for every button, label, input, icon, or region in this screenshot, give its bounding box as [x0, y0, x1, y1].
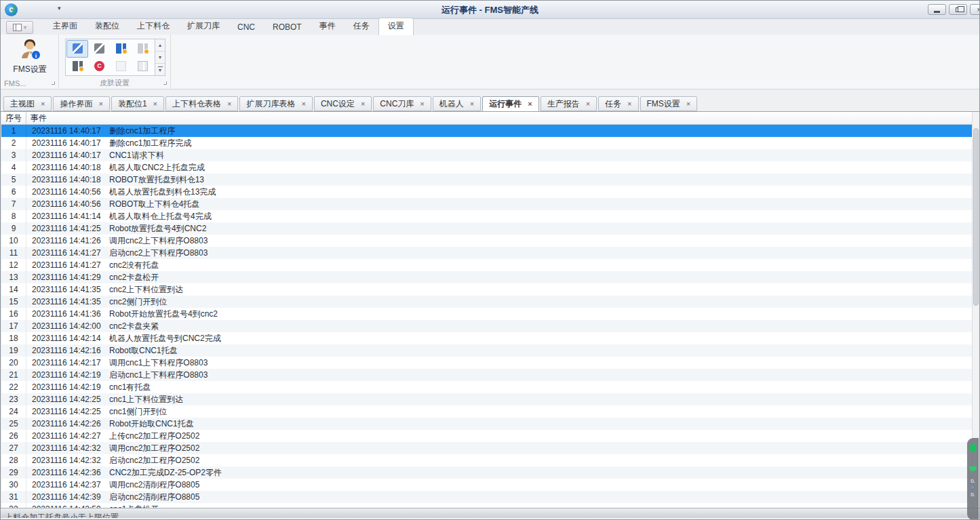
- table-row[interactable]: 2220231116 14:42:19cnc1有托盘: [1, 381, 972, 393]
- table-row[interactable]: 820231116 14:41:14机器人取料仓上托盘号4完成: [1, 210, 972, 222]
- network-monitor-overlay[interactable]: 0. ▲ 0.: [967, 438, 979, 520]
- close-tab-icon[interactable]: ×: [470, 100, 474, 108]
- doc-tab-1[interactable]: 操作界面×: [53, 96, 109, 111]
- table-row[interactable]: 2620231116 14:42:27上传cnc2加工程序O2502: [1, 430, 972, 442]
- row-event-cell: 20231116 14:42:32启动cnc2加工程序O2502: [26, 454, 972, 466]
- close-tab-icon[interactable]: ×: [301, 100, 305, 108]
- doc-tab-3[interactable]: 上下料仓表格×: [165, 96, 238, 111]
- table-row[interactable]: 1520231116 14:41:35cnc2侧门开到位: [1, 296, 972, 308]
- group-label-fms[interactable]: FMS...: [1, 78, 58, 88]
- skin-gray-editor-icon: [94, 43, 104, 54]
- doc-tab-5[interactable]: CNC设定×: [314, 96, 372, 111]
- close-tab-icon[interactable]: ×: [361, 100, 365, 108]
- close-tab-icon[interactable]: ×: [227, 100, 231, 108]
- table-row[interactable]: 1720231116 14:42:00cnc2卡盘夹紧: [1, 320, 972, 332]
- table-row[interactable]: 2720231116 14:42:32调用cnc2加工程序O2502: [1, 442, 972, 454]
- doc-tab-11[interactable]: FMS设置×: [640, 96, 698, 111]
- table-row[interactable]: 420231116 14:40:18机器人取CNC2上托盘完成: [1, 161, 972, 174]
- ribbon-tab-5[interactable]: ROBOT: [264, 20, 311, 35]
- table-row[interactable]: 3220231116 14:42:50cnc1卡盘松开: [1, 503, 972, 508]
- table-row[interactable]: 1220231116 14:41:27cnc2没有托盘: [1, 259, 972, 271]
- doc-tab-2[interactable]: 装配位1×: [111, 96, 164, 111]
- event-timestamp: 20231116 14:42:25: [32, 393, 109, 405]
- skin-blue-editor[interactable]: [66, 40, 88, 58]
- ribbon-tab-4[interactable]: CNC: [229, 20, 264, 35]
- table-row[interactable]: 2020231116 14:42:17调用cnc1上下料程序O8803: [1, 357, 972, 369]
- skin-office-white[interactable]: [132, 58, 154, 75]
- table-row[interactable]: 3120231116 14:42:39启动cnc2清削程序O8805: [1, 491, 972, 503]
- table-row[interactable]: 1420231116 14:41:35cnc2上下料位置到达: [1, 283, 972, 296]
- table-row[interactable]: 3020231116 14:42:37调用cnc2清削程序O8805: [1, 479, 972, 491]
- gallery-expand-icon[interactable]: ▼: [155, 64, 165, 75]
- scrollbar-thumb[interactable]: [973, 128, 979, 306]
- doc-tab-8[interactable]: 运行事件×: [482, 96, 538, 112]
- close-tab-icon[interactable]: ×: [627, 100, 631, 108]
- close-tab-icon[interactable]: ×: [98, 100, 102, 108]
- table-row[interactable]: 220231116 14:40:17删除cnc1加工程序完成: [1, 137, 972, 149]
- row-event-cell: 20231116 14:41:36Robot开始放置托盘号4到cnc2: [26, 308, 972, 320]
- table-row[interactable]: 520231116 14:40:18ROBOT放置托盘到料仓13: [1, 174, 972, 186]
- dialog-launcher-icon[interactable]: [163, 81, 167, 85]
- table-row[interactable]: 2920231116 14:42:36CNC2加工完成DZ-25-OP2零件: [1, 466, 972, 479]
- ribbon-tab-0[interactable]: 主界面: [44, 18, 86, 35]
- table-row[interactable]: 2820231116 14:42:32启动cnc2加工程序O2502: [1, 454, 972, 466]
- ribbon-tab-2[interactable]: 上下料仓: [128, 18, 178, 35]
- ribbon-tab-bar: ▿ 主界面装配位上下料仓扩展刀库CNCROBOT事件任务设置: [1, 19, 979, 35]
- table-row[interactable]: 2520231116 14:42:26Robot开始取CNC1托盘: [1, 418, 972, 430]
- close-button[interactable]: ×: [970, 4, 980, 15]
- ribbon-tab-8[interactable]: 设置: [378, 18, 414, 35]
- dialog-launcher-icon[interactable]: [52, 81, 55, 85]
- table-row[interactable]: 1020231116 14:41:26调用cnc2上下料程序O8803: [1, 235, 972, 247]
- close-tab-icon[interactable]: ×: [686, 100, 690, 108]
- skin-gray-editor[interactable]: [88, 40, 110, 58]
- doc-tab-10[interactable]: 任务×: [598, 96, 638, 111]
- doc-tab-0[interactable]: 主视图×: [3, 96, 52, 111]
- table-row[interactable]: 1120231116 14:41:27启动cnc2上下料程序O8803: [1, 247, 972, 259]
- ribbon-tab-1[interactable]: 装配位: [86, 18, 128, 35]
- skin-red-circle[interactable]: C: [88, 58, 110, 75]
- skin-office-faint[interactable]: [111, 58, 132, 75]
- skin-office-blue[interactable]: [111, 40, 132, 58]
- table-row[interactable]: 2120231116 14:42:19启动cnc1上下料程序O8803: [1, 369, 972, 381]
- column-header-event[interactable]: 事件: [26, 112, 979, 124]
- ribbon-tab-7[interactable]: 任务: [345, 18, 378, 35]
- close-tab-icon[interactable]: ×: [528, 100, 532, 108]
- doc-tab-9[interactable]: 生产报告×: [541, 96, 597, 111]
- table-row[interactable]: 1620231116 14:41:36Robot开始放置托盘号4到cnc2: [1, 308, 972, 320]
- table-row[interactable]: 120231116 14:40:17删除cnc1加工程序: [1, 125, 972, 137]
- group-label-skin[interactable]: 皮肤设置: [59, 78, 170, 88]
- column-header-index[interactable]: 序号: [1, 112, 26, 124]
- table-row[interactable]: 1820231116 14:42:14机器人放置托盘号到CNC2完成: [1, 332, 972, 344]
- table-row[interactable]: 1920231116 14:42:16Robot取CNC1托盘: [1, 344, 972, 357]
- table-row[interactable]: 920231116 14:41:25Robot放置托盘号4到CNC2: [1, 222, 972, 235]
- gallery-scroll-up-icon[interactable]: ▲: [155, 39, 165, 52]
- table-row[interactable]: 1320231116 14:41:29cnc2卡盘松开: [1, 271, 972, 283]
- event-text: 机器人取CNC2上托盘完成: [109, 161, 205, 174]
- minimize-button[interactable]: [928, 4, 946, 15]
- quick-access-dropdown-icon[interactable]: ▾: [58, 5, 61, 12]
- close-tab-icon[interactable]: ×: [41, 100, 45, 108]
- application-menu-button[interactable]: ▿: [6, 21, 33, 34]
- skin-office-dark-gray[interactable]: [66, 58, 88, 75]
- doc-tab-4[interactable]: 扩展刀库表格×: [239, 96, 312, 111]
- row-index: 21: [1, 369, 26, 381]
- gallery-scroll-down-icon[interactable]: ▼: [155, 52, 165, 64]
- row-index: 23: [1, 393, 26, 405]
- ribbon-tab-3[interactable]: 扩展刀库: [178, 18, 229, 35]
- table-row[interactable]: 620231116 14:40:56机器人放置托盘到料仓13完成: [1, 186, 972, 198]
- skin-office-light-gray[interactable]: [132, 40, 154, 58]
- table-row[interactable]: 2320231116 14:42:25cnc1上下料位置到达: [1, 393, 972, 405]
- table-row[interactable]: 720231116 14:40:56ROBOT取上下料仓4托盘: [1, 198, 972, 210]
- doc-tab-7[interactable]: 机器人×: [433, 96, 481, 111]
- close-tab-icon[interactable]: ×: [420, 100, 424, 108]
- ribbon-tab-6[interactable]: 事件: [311, 18, 345, 35]
- close-tab-icon[interactable]: ×: [586, 100, 590, 108]
- close-tab-icon[interactable]: ×: [153, 100, 157, 108]
- table-row[interactable]: 320231116 14:40:17CNC1请求下料: [1, 149, 972, 161]
- doc-tab-6[interactable]: CNC刀库×: [373, 96, 431, 111]
- event-timestamp: 20231116 14:42:25: [32, 405, 109, 418]
- table-row[interactable]: 2420231116 14:42:25cnc1侧门开到位: [1, 405, 972, 418]
- row-index: 24: [1, 405, 26, 418]
- restore-button[interactable]: [949, 4, 967, 15]
- fms-settings-button[interactable]: i FMS设置: [5, 38, 54, 75]
